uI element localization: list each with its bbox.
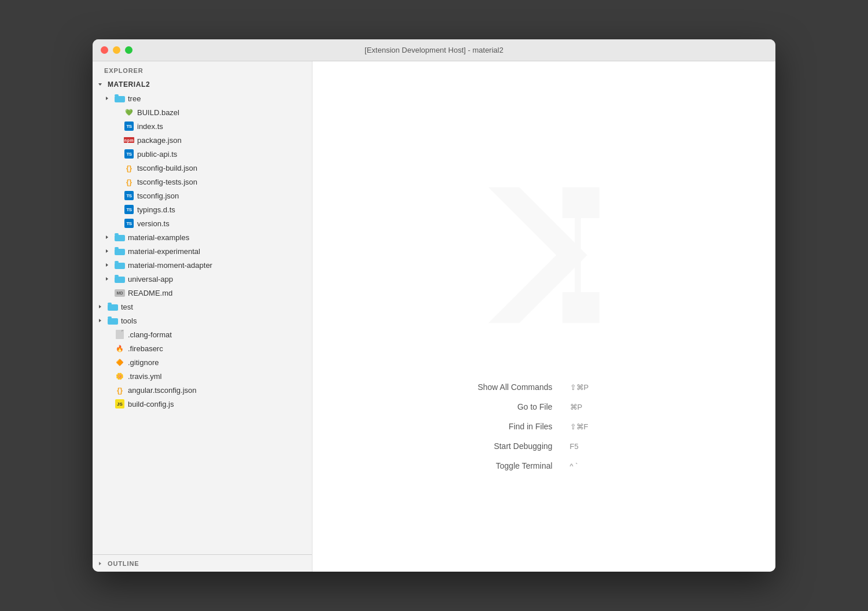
svg-marker-10 <box>106 263 108 267</box>
svg-rect-21 <box>108 316 112 319</box>
tree-folder-label: tree <box>128 94 307 103</box>
folder-icon <box>115 233 125 241</box>
gitignore-item[interactable]: ▶ 🔶 .gitignore <box>93 355 312 369</box>
editor-area: Show All Commands ⇧⌘P Go to File ⌘P Find… <box>312 61 775 572</box>
build-config-js-label: build-config.js <box>128 400 307 408</box>
index-ts-item[interactable]: ▶ TS index.ts <box>93 119 312 133</box>
titlebar: [Extension Development Host] - material2 <box>93 39 775 61</box>
clang-format-item[interactable]: ▶ .clang-format <box>93 327 312 341</box>
universal-app-item[interactable]: universal-app <box>93 272 312 286</box>
folder-icon <box>115 247 125 255</box>
travis-yml-item[interactable]: ▶ 🌼 .travis.yml <box>93 369 312 383</box>
sidebar: EXPLORER MATERIAL2 <box>93 61 312 572</box>
chevron-right-icon <box>97 316 106 325</box>
version-ts-item[interactable]: ▶ TS version.ts <box>93 216 312 230</box>
package-json-item[interactable]: ▶ npm package.json <box>93 133 312 147</box>
main-content: EXPLORER MATERIAL2 <box>93 61 775 572</box>
readme-md-label: README.md <box>128 289 307 297</box>
folder-icon <box>115 261 125 269</box>
clang-format-label: .clang-format <box>128 330 307 339</box>
firebase-icon: 🔥 <box>115 344 125 353</box>
chevron-right-icon <box>104 260 113 270</box>
svg-rect-2 <box>115 96 125 102</box>
svg-rect-18 <box>108 303 112 305</box>
git-icon: 🔶 <box>115 358 125 367</box>
js-icon: JS <box>115 399 125 408</box>
show-all-commands-label: Show All Commands <box>477 382 552 392</box>
tree-root-material2[interactable]: MATERIAL2 <box>93 78 312 91</box>
test-folder-item[interactable]: test <box>93 300 312 314</box>
tsconfig-tests-json-label: tsconfig-tests.json <box>137 178 307 186</box>
ts-icon: TS <box>124 219 134 228</box>
svg-rect-11 <box>115 263 125 269</box>
find-in-files-keys: ⇧⌘F <box>570 422 610 431</box>
build-bazel-item[interactable]: ▶ 💚 BUILD.bazel <box>93 105 312 119</box>
close-button[interactable] <box>101 46 108 54</box>
travis-yml-label: .travis.yml <box>128 372 307 381</box>
chevron-right-icon <box>97 302 106 311</box>
ts-icon: TS <box>124 205 134 214</box>
readme-md-item[interactable]: ▶ MD README.md <box>93 286 312 300</box>
material-experimental-label: material-experimental <box>128 247 307 256</box>
svg-marker-19 <box>99 319 101 322</box>
firebaserc-label: .firebaserc <box>128 344 307 353</box>
go-to-file-keys: ⌘P <box>570 403 610 411</box>
toggle-terminal-keys: ^ ` <box>570 462 610 470</box>
folder-icon <box>115 94 125 102</box>
npm-icon: npm <box>124 135 134 145</box>
generic-file-icon <box>115 330 125 339</box>
go-to-file-label: Go to File <box>517 402 553 411</box>
gitignore-label: .gitignore <box>128 358 307 367</box>
file-tree: MATERIAL2 tree <box>93 78 312 554</box>
svg-rect-12 <box>115 261 119 263</box>
svg-rect-6 <box>115 233 119 235</box>
svg-marker-0 <box>98 83 102 86</box>
svg-marker-7 <box>106 249 108 253</box>
svg-marker-13 <box>106 277 108 281</box>
vscode-logo <box>451 163 637 348</box>
tsconfig-json-label: tsconfig.json <box>137 192 307 200</box>
build-config-js-item[interactable]: ▶ JS build-config.js <box>93 397 312 411</box>
maximize-button[interactable] <box>125 46 133 54</box>
version-ts-label: version.ts <box>137 219 307 228</box>
material-examples-item[interactable]: material-examples <box>93 230 312 244</box>
start-debugging-label: Start Debugging <box>494 441 552 451</box>
material-experimental-item[interactable]: material-experimental <box>93 244 312 258</box>
tsconfig-json-item[interactable]: ▶ TS tsconfig.json <box>93 189 312 203</box>
svg-rect-15 <box>115 275 119 277</box>
svg-marker-22 <box>99 562 101 565</box>
tsconfig-tests-json-item[interactable]: ▶ {} tsconfig-tests.json <box>93 175 312 189</box>
root-label: MATERIAL2 <box>108 80 150 89</box>
tree-folder-item[interactable]: tree <box>93 91 312 105</box>
svg-rect-8 <box>115 249 125 255</box>
json-icon: {} <box>124 163 134 172</box>
svg-marker-4 <box>106 235 108 239</box>
ts-icon: TS <box>124 122 134 131</box>
bazel-icon: 💚 <box>124 108 134 117</box>
toggle-terminal-label: Toggle Terminal <box>496 461 553 470</box>
folder-icon <box>108 316 118 325</box>
public-api-ts-label: public-api.ts <box>137 150 307 159</box>
angular-tsconfig-json-item[interactable]: ▶ {} angular.tsconfig.json <box>93 383 312 397</box>
md-icon: MD <box>115 288 125 297</box>
svg-marker-16 <box>99 305 101 308</box>
test-folder-label: test <box>121 303 307 311</box>
build-bazel-label: BUILD.bazel <box>137 108 307 117</box>
folder-icon <box>108 303 118 311</box>
start-debugging-row: Start Debugging F5 <box>494 441 610 451</box>
firebaserc-item[interactable]: ▶ 🔥 .firebaserc <box>93 341 312 355</box>
tsconfig-build-json-item[interactable]: ▶ {} tsconfig-build.json <box>93 161 312 175</box>
json-icon: {} <box>124 177 134 186</box>
json-icon: {} <box>115 385 125 395</box>
material-moment-adapter-item[interactable]: material-moment-adapter <box>93 258 312 272</box>
commands-area: Show All Commands ⇧⌘P Go to File ⌘P Find… <box>477 382 610 470</box>
chevron-right-icon <box>104 233 113 242</box>
outline-section[interactable]: OUTLINE <box>93 554 312 572</box>
svg-rect-5 <box>115 235 125 241</box>
public-api-ts-item[interactable]: ▶ TS public-api.ts <box>93 147 312 161</box>
tools-folder-item[interactable]: tools <box>93 314 312 327</box>
chevron-right-icon <box>97 559 106 568</box>
typings-ts-item[interactable]: ▶ TS typings.d.ts <box>93 203 312 216</box>
minimize-button[interactable] <box>113 46 120 54</box>
svg-rect-14 <box>115 277 125 283</box>
